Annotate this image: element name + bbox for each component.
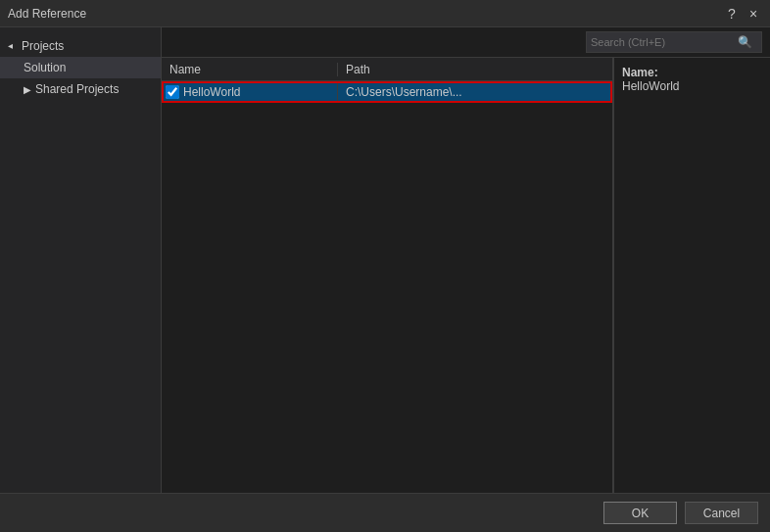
projects-arrow: ◂ [8,40,20,52]
properties-panel: Name: HelloWorld [613,58,770,493]
search-input[interactable] [587,36,734,48]
row-name-cell: HelloWorld [162,81,338,103]
bottom-bar: OK Cancel [0,493,770,532]
dialog-title: Add Reference [8,7,86,21]
search-input-wrapper: 🔍 [586,31,762,53]
dialog-body: ◂ Projects Solution ▶ Shared Projects 🔍 [0,27,770,493]
row-path-cell: C:\Users\Username\... [338,85,612,99]
close-button[interactable]: × [745,5,762,23]
search-icon: 🔍 [738,35,752,49]
sidebar-item-solution[interactable]: Solution [0,57,161,78]
properties-name-value: HelloWorld [622,79,679,93]
sidebar-item-shared-projects[interactable]: ▶ Shared Projects [0,78,161,100]
col-name-header: Name [162,63,338,76]
projects-label: Projects [22,39,64,53]
shared-projects-label: Shared Projects [35,82,119,96]
shared-projects-arrow: ▶ [24,84,31,95]
row-name-text: HelloWorld [183,85,240,99]
table-rows-wrapper: HelloWorld C:\Users\Username\... [162,81,612,103]
table-header: Name Path [162,58,612,81]
ok-button[interactable]: OK [603,502,677,524]
projects-group-header[interactable]: ◂ Projects [0,35,161,57]
search-button[interactable]: 🔍 [734,31,755,53]
table-section: Name Path HelloWorld C:\Users\Username\.… [162,58,613,493]
table-area: Name Path HelloWorld C:\Users\Username\.… [162,58,770,493]
col-path-header: Path [338,63,612,76]
solution-label: Solution [24,61,66,74]
help-button[interactable]: ? [723,5,741,23]
selected-row-wrapper: HelloWorld C:\Users\Username\... [162,81,612,103]
sidebar: ◂ Projects Solution ▶ Shared Projects [0,27,162,493]
projects-group: ◂ Projects Solution ▶ Shared Projects [0,31,161,104]
table-row[interactable]: HelloWorld C:\Users\Username\... [162,81,612,103]
properties-name-label: Name: [622,66,658,79]
row-checkbox[interactable] [166,85,179,99]
search-area: 🔍 [162,27,770,58]
title-bar: Add Reference ? × [0,0,770,27]
main-content: 🔍 Name Path HelloWorl [162,27,770,493]
cancel-button[interactable]: Cancel [685,502,758,524]
title-bar-controls: ? × [723,5,762,23]
